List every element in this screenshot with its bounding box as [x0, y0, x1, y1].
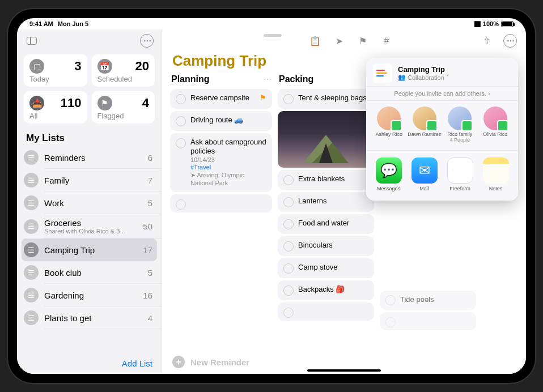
- reminder-card[interactable]: Lanterns: [278, 192, 374, 212]
- smart-today[interactable]: ▢3 Today: [24, 54, 87, 87]
- reminder-card[interactable]: Tent & sleeping bags: [278, 89, 374, 109]
- app-icon: [447, 157, 473, 184]
- reminder-text: Lanterns: [298, 197, 368, 207]
- share-contact[interactable]: Dawn Ramirez: [408, 106, 442, 143]
- reminder-card[interactable]: Extra blankets: [278, 170, 374, 190]
- reminder-card[interactable]: Backpacks 🎒: [278, 280, 374, 300]
- share-app-mail[interactable]: ✉︎ Mail: [408, 157, 441, 191]
- share-contact[interactable]: Rico family 4 People: [443, 106, 477, 143]
- location-button[interactable]: ➤: [331, 33, 347, 49]
- checkbox[interactable]: [283, 197, 294, 207]
- smart-all[interactable]: 📥110 All: [24, 91, 87, 123]
- reminder-image[interactable]: [278, 111, 374, 168]
- checkbox[interactable]: [283, 263, 294, 274]
- checkbox[interactable]: [176, 116, 186, 126]
- share-app-notes[interactable]: Notes: [479, 157, 512, 191]
- list-count: 17: [143, 245, 152, 255]
- checkbox[interactable]: [283, 94, 294, 104]
- share-button[interactable]: ⇧: [478, 33, 494, 49]
- share-contact[interactable]: Olivia Rico: [478, 106, 513, 143]
- calendar-icon: 📅: [97, 59, 112, 74]
- empty-reminder[interactable]: [170, 194, 272, 212]
- reminder-card[interactable]: Tide pools: [380, 291, 476, 310]
- list-row-family[interactable]: ☰ Family 7: [17, 169, 162, 191]
- battery-icon: [501, 21, 514, 27]
- template-button[interactable]: 📋: [307, 33, 323, 49]
- list-name: Family: [44, 176, 142, 185]
- screen: 9:41 AM Mon Jun 5 100% ⋯ ▢3 Today 📅20: [17, 18, 526, 374]
- new-reminder-label[interactable]: New Reminder: [190, 357, 249, 367]
- list-row-gardening[interactable]: ☰ Gardening 16: [17, 284, 162, 306]
- avatar: [448, 106, 472, 130]
- share-invite-row[interactable]: People you invite can add others.: [366, 87, 518, 101]
- sidebar-more-button[interactable]: ⋯: [139, 33, 155, 49]
- share-title: Camping Trip: [398, 65, 449, 74]
- tag-button[interactable]: #: [379, 33, 394, 49]
- share-app-messages[interactable]: 💬 Messages: [372, 157, 405, 191]
- list-icon: ☰: [24, 195, 39, 210]
- checkbox[interactable]: [283, 219, 294, 229]
- checkbox[interactable]: [176, 94, 186, 104]
- app-icon: [483, 157, 509, 184]
- checkbox[interactable]: [176, 138, 186, 148]
- column-title: Planning: [170, 72, 211, 87]
- smart-flagged[interactable]: ⚑4 Flagged: [92, 91, 155, 123]
- list-icon: ☰: [24, 265, 39, 280]
- empty-reminder[interactable]: [380, 312, 476, 330]
- checkbox[interactable]: [283, 286, 294, 296]
- reminder-card[interactable]: Food and water: [278, 214, 374, 234]
- app-name: Messages: [372, 186, 405, 191]
- list-count: 16: [143, 291, 152, 300]
- list-row-groceries[interactable]: ☰ GroceriesShared with Olivia Rico & 3… …: [17, 214, 162, 238]
- main-pane: 📋 ➤ ⚑ # ⇧ ⋯ Camping Trip Planning⋯ Reser…: [162, 29, 526, 374]
- checkbox[interactable]: [176, 199, 186, 210]
- reminder-card[interactable]: Driving route 🚙: [170, 111, 272, 131]
- column-more-button[interactable]: ⋯: [264, 75, 272, 84]
- reminder-text: Food and water: [298, 219, 368, 229]
- reminder-text: Camp stove: [298, 263, 368, 274]
- reminder-card[interactable]: Camp stove: [278, 258, 374, 278]
- flag-button[interactable]: ⚑: [355, 33, 371, 49]
- avatar: [413, 106, 436, 130]
- list-icon: ☰: [24, 242, 39, 257]
- list-name: Work: [44, 198, 142, 208]
- sidebar-toggle-button[interactable]: [24, 33, 40, 49]
- list-row-work[interactable]: ☰ Work 5: [17, 191, 162, 214]
- smart-scheduled[interactable]: 📅20 Scheduled: [92, 54, 155, 87]
- empty-reminder[interactable]: [278, 302, 374, 321]
- checkbox[interactable]: [283, 175, 294, 185]
- app-name: Mail: [408, 186, 441, 191]
- share-mode-button[interactable]: 👥 Collaboration ˅: [398, 74, 449, 81]
- checkbox[interactable]: [385, 295, 396, 305]
- list-name: Plants to get: [44, 313, 142, 323]
- share-contact[interactable]: Ashley Rico: [372, 106, 406, 143]
- checkbox[interactable]: [385, 317, 396, 327]
- list-row-camping-trip[interactable]: ☰ Camping Trip 17: [22, 238, 157, 261]
- share-app-freeform[interactable]: Freeform: [443, 157, 477, 191]
- app-name: Notes: [479, 186, 512, 191]
- list-row-book-club[interactable]: ☰ Book club 5: [17, 261, 162, 284]
- share-sheet: Camping Trip 👥 Collaboration ˅ People yo…: [366, 58, 518, 201]
- reminder-text: Binoculars: [298, 241, 368, 252]
- reminder-text: Reserve campsite: [190, 93, 255, 104]
- grab-handle-icon[interactable]: [264, 34, 282, 37]
- add-list-button[interactable]: Add List: [17, 353, 162, 374]
- reminder-tag[interactable]: #Travel: [190, 164, 266, 172]
- new-reminder-button[interactable]: +: [172, 356, 185, 368]
- list-count: 6: [148, 153, 152, 163]
- reminder-card[interactable]: Binoculars: [278, 236, 374, 256]
- flag-icon: ⚑: [260, 93, 266, 104]
- home-indicator[interactable]: [307, 369, 381, 372]
- checkbox[interactable]: [283, 241, 294, 252]
- more-button[interactable]: ⋯: [502, 33, 518, 49]
- contact-name: Dawn Ramirez: [408, 132, 442, 138]
- list-row-plants-to-get[interactable]: ☰ Plants to get 4: [17, 306, 162, 329]
- checkbox[interactable]: [283, 308, 294, 318]
- reminder-text: Tide pools: [400, 295, 434, 305]
- reminders-app-icon: [373, 63, 392, 83]
- reminder-card[interactable]: Reserve campsite ⚑: [170, 89, 272, 109]
- status-time: 9:41 AM: [29, 20, 53, 27]
- reminder-card[interactable]: Ask about campground policies 10/14/23 #…: [170, 133, 272, 192]
- ipad-frame: 9:41 AM Mon Jun 5 100% ⋯ ▢3 Today 📅20: [8, 9, 535, 383]
- list-row-reminders[interactable]: ☰ Reminders 6: [17, 146, 162, 169]
